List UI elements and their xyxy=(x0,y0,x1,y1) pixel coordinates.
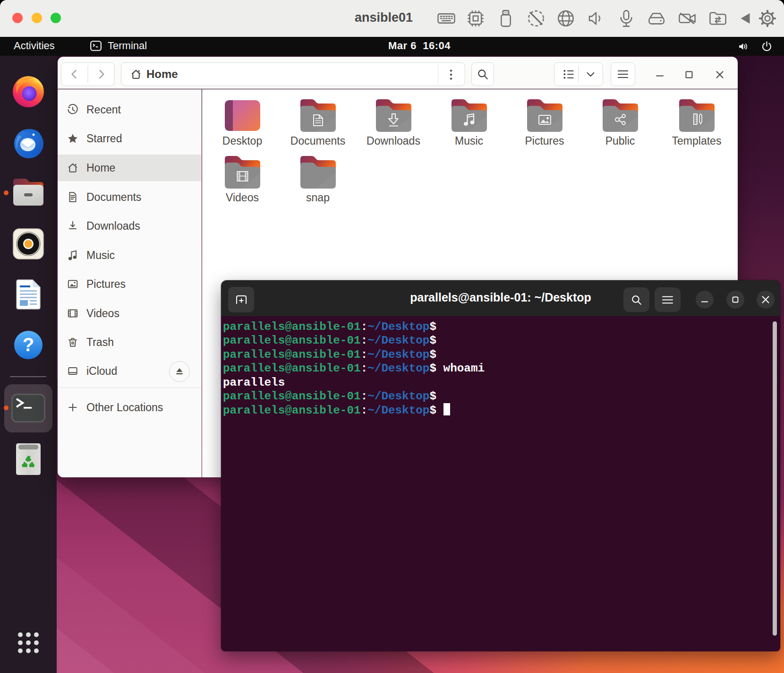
svg-text:?: ? xyxy=(23,334,34,355)
